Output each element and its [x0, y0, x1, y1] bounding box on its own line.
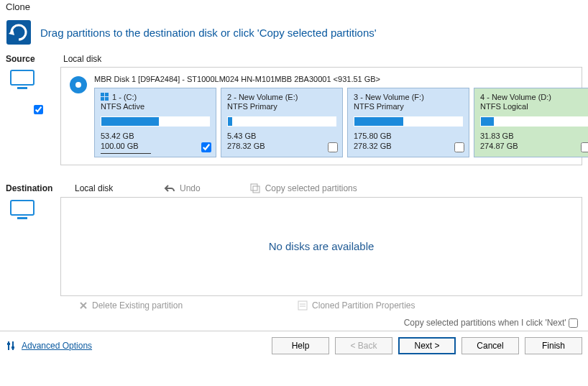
svg-rect-8 [105, 97, 109, 101]
destination-panel[interactable]: No disks are available [60, 197, 582, 296]
used-size: 31.83 GB [480, 131, 588, 141]
used-size: 53.42 GB [101, 131, 210, 141]
svg-rect-9 [251, 184, 257, 190]
partition-type: NTFS Primary [227, 102, 336, 111]
header-text: Drag partitions to the destination disk … [40, 27, 377, 39]
partition-card[interactable]: 1 - (C:)NTFS Active53.42 GB100.00 GB [94, 88, 216, 157]
no-disks-text: No disks are available [269, 240, 375, 252]
copy-on-next-checkbox[interactable] [569, 318, 578, 328]
svg-rect-10 [253, 186, 259, 193]
disk-select-checkbox[interactable] [34, 105, 43, 114]
source-panel: MBR Disk 1 [D9FA2484] - ST1000LM024 HN-M… [60, 67, 582, 165]
header-icon [6, 19, 32, 45]
usage-bar [227, 116, 336, 127]
partition-name: 1 - (C:) [112, 93, 137, 101]
next-button[interactable]: Next > [398, 337, 456, 354]
back-button[interactable]: < Back [335, 337, 392, 354]
destination-label: Destination [6, 183, 58, 193]
svg-rect-7 [101, 97, 104, 101]
sliders-icon [6, 340, 17, 351]
total-size: 278.32 GB [227, 141, 336, 151]
copy-on-next-label: Copy selected partitions when I click 'N… [404, 318, 566, 328]
finish-button[interactable]: Finish [525, 337, 582, 354]
usage-bar [354, 116, 463, 127]
partition-checkbox[interactable] [201, 142, 211, 152]
cancel-button[interactable]: Cancel [461, 337, 519, 354]
copy-selected-button[interactable]: Copy selected partitions [249, 183, 357, 194]
usage-bar [101, 116, 210, 127]
partition-name: 4 - New Volume (D:) [480, 93, 551, 101]
svg-rect-2 [17, 87, 27, 89]
partition-card[interactable]: 3 - New Volume (F:)NTFS Primary175.80 GB… [347, 88, 469, 157]
cloned-properties-button[interactable]: Cloned Partition Properties [298, 300, 415, 311]
partition-card[interactable]: 4 - New Volume (D:)NTFS Logical31.83 GB2… [474, 88, 588, 157]
total-size: 278.32 GB [354, 141, 463, 151]
svg-rect-13 [298, 301, 307, 310]
monitor-icon [10, 200, 35, 221]
disk-icon [68, 75, 88, 95]
used-size: 5.43 GB [227, 131, 336, 141]
partition-checkbox[interactable] [454, 142, 464, 152]
partition-name: 3 - New Volume (F:) [354, 93, 424, 101]
wizard-header: Drag partitions to the destination disk … [0, 14, 588, 51]
partition-type: NTFS Logical [480, 102, 588, 111]
help-button[interactable]: Help [272, 337, 329, 354]
source-location: Local disk [63, 54, 582, 64]
svg-rect-18 [7, 343, 10, 345]
used-size: 175.80 GB [354, 131, 463, 141]
partition-type: NTFS Primary [354, 102, 463, 111]
undo-icon [164, 183, 175, 193]
partition-type: NTFS Active [101, 102, 210, 111]
source-label: Source [6, 54, 58, 64]
copy-icon [249, 183, 261, 194]
properties-icon [298, 300, 308, 311]
svg-rect-11 [11, 201, 34, 215]
partition-card[interactable]: 2 - New Volume (E:)NTFS Primary5.43 GB27… [221, 88, 343, 157]
svg-rect-1 [11, 70, 34, 85]
destination-location: Local disk [75, 183, 147, 193]
svg-rect-6 [105, 93, 109, 96]
disk-title: MBR Disk 1 [D9FA2484] - ST1000LM024 HN-M… [94, 75, 588, 83]
partition-name: 2 - New Volume (E:) [227, 93, 298, 101]
svg-rect-19 [12, 346, 14, 349]
svg-rect-12 [17, 217, 27, 219]
advanced-options-link[interactable]: Advanced Options [6, 340, 92, 351]
partition-checkbox[interactable] [328, 142, 338, 152]
partition-checkbox[interactable] [581, 142, 588, 152]
svg-point-4 [75, 82, 81, 88]
monitor-icon [10, 70, 35, 91]
delete-partition-button[interactable]: Delete Existing partition [79, 300, 183, 311]
window-title: Clone [0, 0, 588, 14]
svg-rect-5 [101, 93, 104, 96]
undo-button[interactable]: Undo [164, 183, 201, 193]
usage-bar [480, 116, 588, 127]
close-icon [79, 301, 88, 310]
total-size: 274.87 GB [480, 141, 588, 151]
total-size: 100.00 GB [101, 141, 210, 151]
